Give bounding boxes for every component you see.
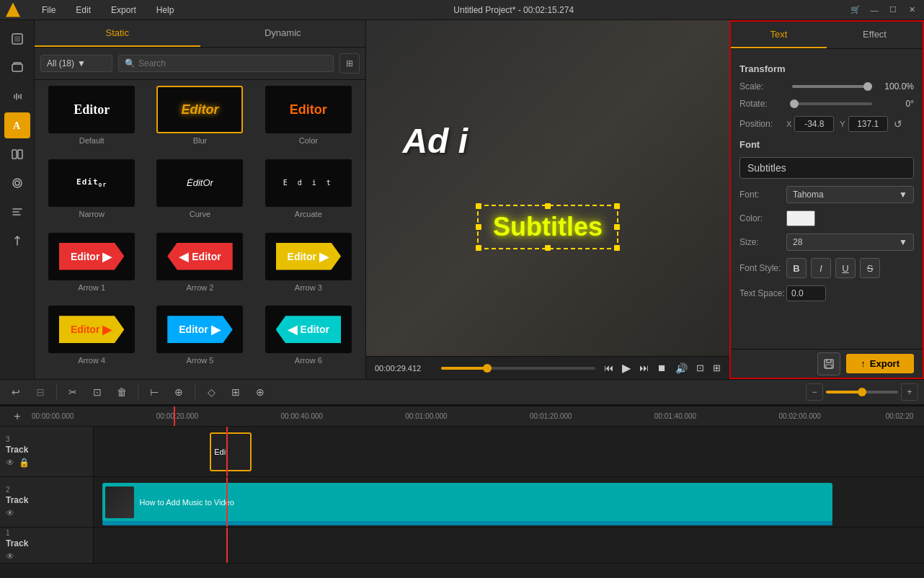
track-visibility-3[interactable]: 👁 bbox=[6, 458, 14, 468]
menu-file[interactable]: File bbox=[37, 4, 60, 17]
cut-button[interactable]: ✂ bbox=[63, 382, 83, 402]
stop-button[interactable]: ⏹ bbox=[657, 363, 667, 373]
handle-top-right[interactable] bbox=[614, 203, 620, 209]
sidebar-item-stickers[interactable] bbox=[4, 199, 30, 225]
menu-export[interactable]: Export bbox=[107, 4, 141, 17]
chalkboard-bg bbox=[366, 20, 729, 356]
search-input[interactable] bbox=[138, 58, 327, 68]
template-thumb-blur: Editor bbox=[156, 86, 243, 133]
scale-value: 100.0% bbox=[878, 81, 914, 92]
speed-button[interactable]: ⊕ bbox=[169, 382, 189, 402]
prev-frame-button[interactable]: ⏮ bbox=[604, 363, 613, 373]
sidebar-item-adjust[interactable] bbox=[4, 228, 30, 254]
handle-mid-right[interactable] bbox=[614, 224, 620, 230]
underline-button[interactable]: U bbox=[835, 258, 856, 278]
template-item-default[interactable]: Editor Default bbox=[40, 86, 143, 154]
next-frame-button[interactable]: ⏭ bbox=[639, 363, 649, 373]
subtitle-selection-box[interactable]: Subtitles bbox=[477, 205, 618, 249]
template-item-curve[interactable]: ĖditOr Curve bbox=[148, 159, 251, 227]
filter-dropdown[interactable]: All (18) ▼ bbox=[40, 55, 112, 72]
delete-button[interactable]: 🗑 bbox=[112, 382, 132, 402]
tab-effect[interactable]: Effect bbox=[827, 22, 923, 48]
handle-bottom-center[interactable] bbox=[545, 245, 551, 251]
screenshot-button[interactable]: ⊡ bbox=[696, 363, 704, 373]
gray-btn1[interactable]: ⊟ bbox=[30, 382, 50, 402]
zoom-in-button[interactable]: + bbox=[901, 383, 918, 401]
cart-button[interactable]: 🛒 bbox=[849, 4, 862, 17]
track-lock-3[interactable]: 🔒 bbox=[19, 458, 30, 468]
menu-help[interactable]: Help bbox=[152, 4, 179, 17]
clip-edit[interactable]: Edit bbox=[210, 432, 252, 471]
template-item-narrow[interactable]: Editor Narrow bbox=[40, 159, 143, 227]
sidebar-item-media[interactable] bbox=[4, 26, 30, 52]
template-item-color[interactable]: Editor Color bbox=[257, 86, 360, 154]
subtitle-text: Subtitles bbox=[493, 212, 603, 241]
copy-button[interactable]: ⊡ bbox=[87, 382, 107, 402]
volume-button[interactable]: 🔊 bbox=[675, 363, 688, 374]
font-size-dropdown[interactable]: 28 ▼ bbox=[786, 234, 914, 251]
handle-top-center[interactable] bbox=[545, 203, 551, 209]
track-visibility-2[interactable]: 👁 bbox=[6, 508, 14, 518]
split-button[interactable]: ⊢ bbox=[144, 382, 164, 402]
progress-bar[interactable] bbox=[441, 367, 595, 370]
fullscreen-button[interactable]: ⊞ bbox=[713, 363, 721, 373]
close-button[interactable]: ✕ bbox=[905, 4, 918, 17]
color-swatch[interactable] bbox=[786, 210, 815, 226]
template-item-arrow1[interactable]: Editor ▶ Arrow 1 bbox=[40, 233, 143, 301]
save-button[interactable] bbox=[817, 352, 840, 375]
tab-static[interactable]: Static bbox=[35, 20, 200, 47]
font-text-input[interactable] bbox=[739, 157, 914, 179]
sidebar-item-audio[interactable] bbox=[4, 84, 30, 110]
scale-slider[interactable] bbox=[792, 85, 872, 88]
menu-edit[interactable]: Edit bbox=[71, 4, 95, 17]
handle-top-left[interactable] bbox=[476, 203, 481, 209]
sidebar-item-layers[interactable] bbox=[4, 55, 30, 81]
text-space-input[interactable] bbox=[786, 285, 826, 301]
zoom-fit-button[interactable]: ⊞ bbox=[226, 382, 246, 402]
track-visibility-1[interactable]: 👁 bbox=[6, 551, 14, 561]
template-item-arrow4[interactable]: Editor ▶ Arrow 4 bbox=[40, 306, 143, 373]
tab-dynamic[interactable]: Dynamic bbox=[200, 20, 366, 47]
chevron-down-icon: ▼ bbox=[77, 58, 86, 68]
template-item-arrow6[interactable]: ◀ Editor Arrow 6 bbox=[257, 306, 360, 373]
pos-y-label: Y bbox=[840, 120, 845, 128]
tab-text[interactable]: Text bbox=[731, 22, 827, 48]
template-item-arrow3[interactable]: Editor ▶ Arrow 3 bbox=[257, 233, 360, 301]
zoom-in-timeline[interactable]: ⊕ bbox=[250, 382, 270, 402]
minimize-button[interactable]: — bbox=[868, 4, 881, 17]
rotate-slider[interactable] bbox=[792, 102, 872, 105]
ruler-playhead bbox=[174, 406, 175, 426]
keyframe-button[interactable]: ◇ bbox=[201, 382, 221, 402]
add-track-button[interactable]: + bbox=[3, 406, 32, 426]
restore-button[interactable]: ☐ bbox=[887, 4, 899, 17]
play-button[interactable]: ▶ bbox=[622, 361, 631, 375]
playback-time: 00:00:29.412 bbox=[375, 364, 432, 373]
toolbar-divider-3 bbox=[195, 385, 195, 399]
template-item-arcuate[interactable]: E d i t Arcuate bbox=[257, 159, 360, 227]
italic-button[interactable]: I bbox=[811, 258, 831, 278]
font-family-dropdown[interactable]: Tahoma ▼ bbox=[786, 186, 914, 203]
sidebar-item-transitions[interactable] bbox=[4, 141, 30, 167]
handle-mid-left[interactable] bbox=[476, 224, 481, 230]
position-reset-button[interactable]: ↺ bbox=[894, 118, 902, 130]
clip-main-video[interactable]: How to Add Music to Video bbox=[102, 483, 833, 522]
undo-button[interactable]: ↩ bbox=[6, 382, 26, 402]
zoom-thumb[interactable] bbox=[858, 388, 866, 396]
strikethrough-button[interactable]: S bbox=[860, 258, 880, 278]
template-item-blur[interactable]: Editor Blur bbox=[148, 86, 251, 154]
export-button[interactable]: ↑ Export bbox=[846, 354, 914, 373]
template-item-arrow2[interactable]: ◀ Editor Arrow 2 bbox=[148, 233, 251, 301]
zoom-out-button[interactable]: − bbox=[806, 383, 823, 401]
progress-thumb[interactable] bbox=[483, 364, 492, 373]
track-num-2: 2 bbox=[6, 486, 87, 494]
handle-bottom-left[interactable] bbox=[476, 245, 481, 251]
handle-bottom-right[interactable] bbox=[614, 245, 620, 251]
bold-button[interactable]: B bbox=[786, 258, 807, 278]
sidebar-item-text[interactable]: A bbox=[4, 112, 30, 138]
sidebar-item-filters[interactable] bbox=[4, 170, 30, 196]
pos-y-input[interactable] bbox=[848, 116, 888, 132]
zoom-slider[interactable] bbox=[826, 391, 898, 394]
pos-x-input[interactable] bbox=[794, 116, 834, 132]
template-item-arrow5[interactable]: Editor ▶ Arrow 5 bbox=[148, 306, 251, 373]
grid-toggle[interactable]: ⊞ bbox=[339, 53, 360, 74]
